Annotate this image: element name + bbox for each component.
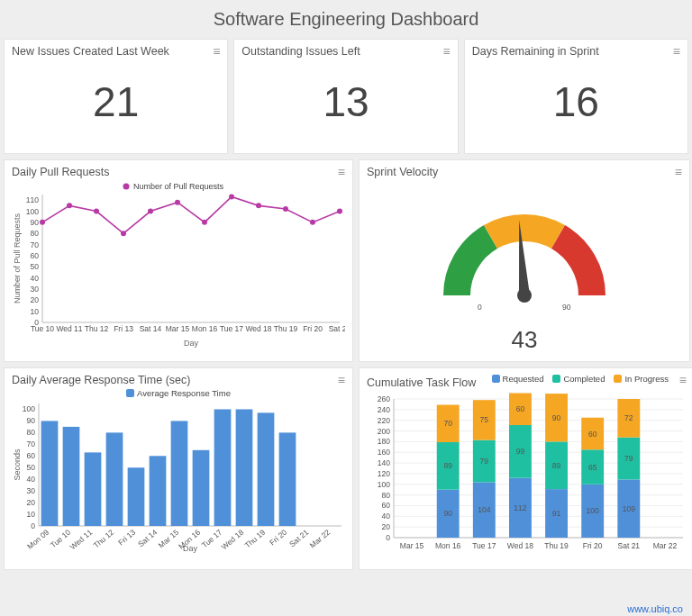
- kpi-days-remaining: Days Remaining in Sprint ≡ 16: [464, 39, 688, 154]
- svg-text:Thu 12: Thu 12: [85, 324, 109, 333]
- kpi-outstanding-issues: Outstanding Issues Left ≡ 13: [233, 39, 458, 154]
- svg-text:Fri 20: Fri 20: [268, 528, 288, 548]
- svg-text:Sat 21: Sat 21: [329, 324, 345, 333]
- card-title: Sprint Velocity: [367, 166, 682, 178]
- svg-text:Fri 20: Fri 20: [303, 324, 323, 333]
- svg-text:200: 200: [378, 427, 390, 436]
- svg-rect-65: [171, 421, 188, 526]
- kpi-label: New Issues Created Last Week: [12, 45, 220, 58]
- svg-text:100: 100: [26, 207, 39, 216]
- svg-text:50: 50: [27, 463, 36, 472]
- svg-text:91: 91: [552, 509, 561, 518]
- svg-text:65: 65: [588, 463, 597, 472]
- svg-rect-66: [193, 450, 210, 526]
- svg-text:Wed 11: Wed 11: [68, 528, 95, 552]
- svg-text:89: 89: [552, 461, 561, 470]
- svg-text:90: 90: [27, 416, 36, 425]
- hamburger-icon[interactable]: ≡: [679, 374, 687, 386]
- response-time-card: Daily Average Response Time (sec) ≡ Aver…: [4, 367, 353, 570]
- svg-text:60: 60: [31, 251, 40, 260]
- svg-text:Number of Pull Requests: Number of Pull Requests: [13, 213, 22, 303]
- svg-text:100: 100: [378, 480, 390, 489]
- svg-text:Fri 13: Fri 13: [116, 528, 137, 548]
- footer-link[interactable]: www.ubiq.co: [627, 603, 683, 614]
- svg-text:Thu 12: Thu 12: [92, 528, 116, 550]
- svg-rect-63: [128, 467, 145, 526]
- hamburger-icon[interactable]: ≡: [338, 166, 345, 178]
- svg-rect-70: [279, 432, 296, 526]
- svg-text:30: 30: [27, 486, 36, 495]
- svg-text:0: 0: [478, 303, 482, 312]
- svg-text:Tue 17: Tue 17: [220, 324, 243, 333]
- hamburger-icon[interactable]: ≡: [213, 45, 220, 58]
- svg-text:Thu 19: Thu 19: [243, 528, 268, 550]
- bottom-row: Daily Average Response Time (sec) ≡ Aver…: [4, 367, 688, 570]
- svg-rect-60: [63, 427, 80, 526]
- svg-text:260: 260: [378, 394, 390, 403]
- svg-text:10: 10: [27, 510, 36, 519]
- svg-text:60: 60: [382, 501, 391, 510]
- kpi-new-issues: New Issues Created Last Week ≡ 21: [4, 39, 228, 154]
- svg-text:72: 72: [624, 413, 633, 422]
- svg-text:70: 70: [443, 419, 452, 428]
- svg-rect-69: [258, 412, 275, 526]
- svg-text:90: 90: [31, 218, 40, 227]
- kpi-row: New Issues Created Last Week ≡ 21 Outsta…: [4, 39, 688, 154]
- svg-text:0: 0: [31, 521, 35, 530]
- svg-text:Fri 20: Fri 20: [583, 541, 603, 550]
- svg-text:Seconds: Seconds: [13, 448, 22, 481]
- sprint-velocity-card: Sprint Velocity ≡ 090 43: [359, 159, 690, 362]
- svg-text:Mon 16: Mon 16: [192, 324, 218, 333]
- svg-rect-68: [236, 409, 253, 526]
- svg-text:20: 20: [27, 498, 36, 507]
- svg-text:Fri 13: Fri 13: [114, 324, 133, 333]
- svg-text:99: 99: [516, 447, 525, 456]
- svg-text:90: 90: [443, 509, 452, 518]
- legend-label: Requested: [503, 374, 544, 384]
- middle-row: Daily Pull Requests ≡ Number of Pull Req…: [4, 159, 688, 362]
- svg-text:75: 75: [480, 415, 489, 424]
- svg-text:80: 80: [382, 491, 391, 500]
- svg-text:220: 220: [378, 416, 390, 425]
- svg-rect-64: [150, 456, 167, 526]
- page-title: Software Engineering Dashboard: [4, 4, 688, 39]
- kpi-value: 13: [241, 58, 450, 126]
- svg-text:10: 10: [31, 307, 40, 316]
- svg-text:112: 112: [514, 503, 526, 512]
- svg-text:Number of Pull Requests: Number of Pull Requests: [133, 182, 224, 191]
- svg-rect-61: [85, 452, 102, 526]
- svg-point-42: [517, 288, 532, 303]
- svg-text:110: 110: [26, 195, 39, 204]
- hamburger-icon[interactable]: ≡: [673, 45, 680, 58]
- dashboard: Software Engineering Dashboard New Issue…: [0, 0, 692, 579]
- svg-text:Thu 19: Thu 19: [274, 324, 298, 333]
- hamburger-icon[interactable]: ≡: [675, 166, 682, 178]
- svg-text:80: 80: [31, 229, 40, 238]
- legend-label: Average Response Time: [137, 388, 231, 398]
- gauge-value: 43: [367, 326, 682, 354]
- kpi-value: 16: [472, 58, 680, 126]
- legend-label: In Progress: [624, 374, 669, 384]
- svg-text:60: 60: [516, 404, 525, 413]
- svg-text:90: 90: [562, 303, 571, 312]
- svg-text:180: 180: [378, 437, 390, 446]
- svg-text:89: 89: [443, 461, 452, 470]
- svg-text:Wed 18: Wed 18: [245, 324, 271, 333]
- svg-text:160: 160: [378, 448, 390, 457]
- svg-text:20: 20: [31, 295, 40, 304]
- hamburger-icon[interactable]: ≡: [338, 374, 345, 386]
- card-title: Daily Pull Requests: [12, 166, 345, 178]
- svg-point-0: [123, 184, 130, 190]
- svg-text:20: 20: [382, 522, 391, 531]
- svg-text:70: 70: [31, 240, 40, 249]
- svg-text:109: 109: [623, 504, 635, 513]
- svg-rect-67: [214, 409, 232, 526]
- svg-text:Mar 22: Mar 22: [653, 541, 678, 550]
- hamburger-icon[interactable]: ≡: [442, 45, 450, 58]
- svg-text:Mar 22: Mar 22: [308, 528, 332, 550]
- response-time-chart: Average Response Time 010203040506070809…: [12, 388, 345, 557]
- kpi-value: 21: [12, 58, 220, 126]
- svg-text:140: 140: [378, 458, 390, 467]
- sprint-velocity-gauge: 090 43: [367, 178, 682, 348]
- svg-text:30: 30: [31, 285, 40, 294]
